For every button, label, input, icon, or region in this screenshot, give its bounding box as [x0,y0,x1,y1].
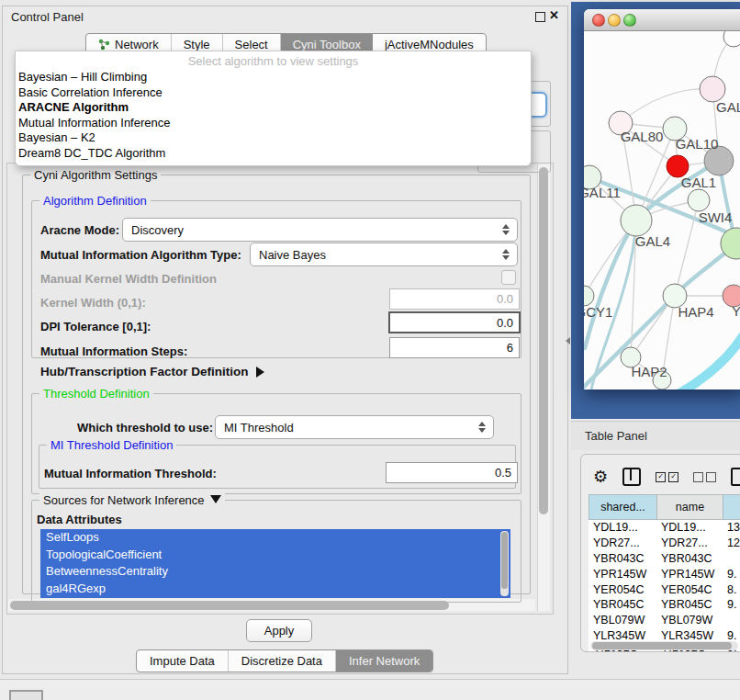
table-cell[interactable]: 9. [723,566,740,581]
algorithm-option[interactable]: Basic Correlation Inference [16,85,531,101]
algorithm-option-selected[interactable]: ARACNE Algorithm [16,100,531,116]
table-cell[interactable]: YBR043C [656,551,723,567]
table-cell[interactable]: YDL19... [656,520,723,536]
table-cell[interactable]: YBL079W [656,613,723,628]
table-cell[interactable]: YPR145W [589,566,656,581]
node-label: GCY1 [584,304,612,320]
table-cell[interactable]: 8. [723,581,740,597]
dropdown-placeholder: Select algorithm to view settings [16,51,531,70]
column-header-shared-name[interactable]: shared... [589,494,656,520]
mi-type-label: Mutual Information Algorithm Type: [40,248,241,262]
network-icon [98,39,110,51]
network-graph[interactable]: GAL GAL80 GAL10 GAL1 GAL11 SWI4 GAL4 GCY… [584,31,740,390]
table-cell[interactable]: YBL079W [589,613,656,628]
aracne-mode-select[interactable]: Discovery [122,218,518,242]
table-horizontal-scrollbar-thumb[interactable] [592,642,732,649]
algorithm-option[interactable]: Bayesian – Hill Climbing [16,70,531,85]
node-label: HAP4 [678,304,713,320]
chevron-updown-icon [502,249,510,260]
mi-type-value: Naive Bayes [259,248,326,262]
network-canvas[interactable]: GAL GAL80 GAL10 GAL1 GAL11 SWI4 GAL4 GCY… [584,31,740,390]
group-title: Cyni Algorithm Settings [30,168,161,182]
table-cell[interactable]: 13 [723,520,740,536]
group-title: MI Threshold Definition [47,438,176,452]
group-title: Sources for Network Inference [39,493,225,509]
float-window-icon[interactable] [535,12,545,22]
table-cell[interactable]: YDL19... [589,520,656,536]
algorithm-option[interactable]: Dream8 DC_TDC Algorithm [16,146,531,162]
table-cell[interactable]: YDR27... [589,536,656,551]
data-attributes-list: SelfLoops TopologicalCoefficient Between… [40,529,510,598]
attribute-item[interactable]: gal4RGexp [40,581,510,598]
group-title: Threshold Definition [39,387,153,401]
attribute-item[interactable]: TopologicalCoefficient [40,547,510,564]
table-cell[interactable]: 12 [723,536,740,551]
table-cell[interactable]: YER054C [656,581,723,597]
dpi-tolerance-field[interactable]: 0.0 [388,311,521,333]
table-cell[interactable] [723,613,740,628]
mi-steps-field[interactable]: 6 [389,337,520,358]
close-traffic-icon[interactable] [592,14,605,27]
tab-discretize-data[interactable]: Discretize Data [229,650,336,672]
select-all-icon[interactable]: ✓✓ [656,472,678,482]
algorithm-option[interactable]: Bayesian – K2 [16,130,531,146]
minimize-traffic-icon[interactable] [608,14,621,27]
zoom-traffic-icon[interactable] [623,14,636,27]
tab-infer-network[interactable]: Infer Network [336,650,432,672]
deselect-all-icon[interactable] [693,472,716,482]
gear-icon[interactable]: ⚙ [593,469,608,485]
node-label: GAL11 [584,185,621,200]
table-cell[interactable]: 9. [723,597,740,613]
table-cell[interactable] [723,551,740,567]
chevron-updown-icon [478,422,486,433]
network-view-window[interactable]: GAL GAL80 GAL10 GAL1 GAL11 SWI4 GAL4 GCY… [584,9,740,390]
vertical-scrollbar-thumb[interactable] [539,167,548,514]
mi-threshold-field[interactable]: 0.5 [386,462,518,483]
columns-icon[interactable] [622,468,641,486]
node-label: Y [732,303,740,319]
node-gal4[interactable] [621,205,652,236]
attribute-item[interactable]: BetweennessCentrality [40,563,510,581]
minimized-panel-icon[interactable] [9,690,43,700]
node-gal-partial[interactable] [700,76,725,102]
collapse-down-icon[interactable] [210,495,221,509]
algorithm-option[interactable]: Mutual Information Inference [16,116,531,131]
attribute-item[interactable]: SelfLoops [40,529,510,547]
which-threshold-select[interactable]: MI Threshold [215,415,494,439]
list-scrollbar-thumb[interactable] [501,532,508,589]
manual-kernel-checkbox[interactable] [501,270,516,285]
column-header-partial[interactable]: A [723,494,740,520]
table-cell[interactable]: YPR145W [656,566,723,581]
table-cell[interactable]: YDR27... [656,536,723,551]
close-icon[interactable]: ✕ [549,8,559,22]
table-cell[interactable]: YBR043C [589,551,656,567]
node-label: GAL10 [676,136,719,152]
column-header-name[interactable]: name [656,494,723,520]
hub-definition-toggle[interactable]: Hub/Transcription Factor Definition [40,365,270,378]
network-window-titlebar[interactable] [584,9,740,31]
aracne-mode-label: Aracne Mode: [40,223,119,237]
table-cell[interactable]: YBR045C [589,597,656,613]
table-cell[interactable]: YBR045C [656,597,723,613]
sources-title: Sources for Network Inference [43,493,205,507]
node-gcy1[interactable] [584,286,594,306]
which-threshold-label: Which threshold to use: [77,421,213,435]
chevron-updown-icon [502,224,510,235]
control-panel-title: Control Panel [11,10,84,24]
tab-impute-data[interactable]: Impute Data [137,650,229,672]
kernel-width-field[interactable]: 0.0 [389,288,520,310]
apply-button[interactable]: Apply [246,619,312,642]
group-title: Algorithm Definition [39,194,151,208]
which-threshold-value: MI Threshold [224,421,294,435]
aracne-mode-value: Discovery [131,223,184,237]
table-cell[interactable]: YER054C [589,581,656,597]
mi-type-select[interactable]: Naive Bayes [250,243,518,266]
tab-label: jActiveMNodules [385,38,474,51]
node-label: GAL [716,99,740,115]
node-swi4[interactable] [688,189,710,211]
data-attributes-label: Data Attributes [37,513,122,526]
bottom-tabbar: Impute Data Discretize Data Infer Networ… [136,649,433,672]
table-toolbar: ⚙ ✓✓ [593,467,740,487]
file-icon[interactable] [731,468,740,486]
split-pane-collapse-icon[interactable] [566,337,570,344]
